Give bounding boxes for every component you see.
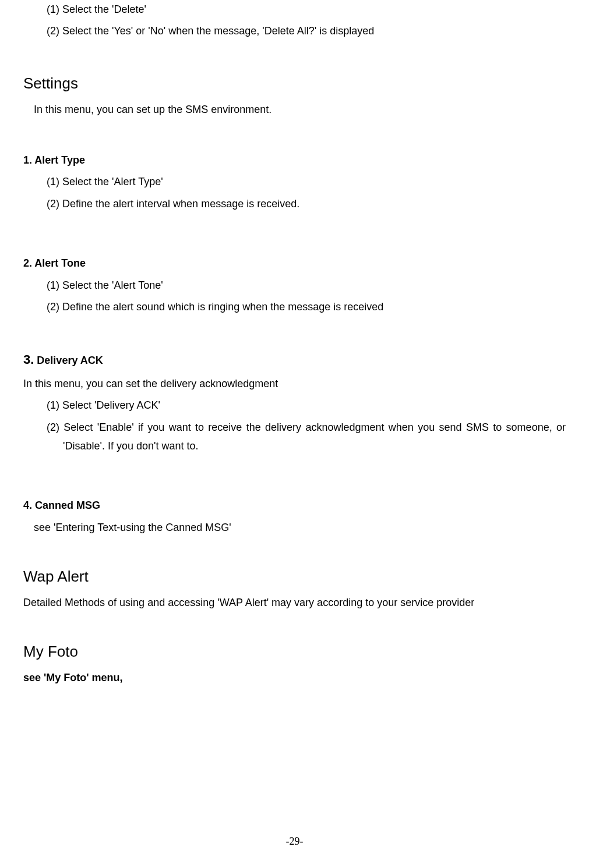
delivery-ack-step-1: (1) Select 'Delivery ACK': [47, 396, 566, 414]
alert-tone-heading: 2. Alert Tone: [23, 254, 566, 272]
delivery-ack-steps: (1) Select 'Delivery ACK' (2) Select 'En…: [23, 396, 566, 455]
delivery-ack-step-2: (2) Select 'Enable' if you want to recei…: [47, 418, 566, 456]
delivery-ack-num: 3.: [23, 352, 34, 367]
my-foto-heading: My Foto: [23, 638, 566, 665]
intro-step-2: (2) Select the 'Yes' or 'No' when the me…: [47, 22, 566, 40]
intro-steps: (1) Select the 'Delete' (2) Select the '…: [23, 0, 566, 41]
canned-msg-desc: see 'Entering Text-using the Canned MSG': [23, 518, 566, 537]
document-page: (1) Select the 'Delete' (2) Select the '…: [0, 0, 589, 868]
canned-msg-heading: 4. Canned MSG: [23, 496, 566, 515]
wap-alert-desc: Detailed Methods of using and accessing …: [23, 593, 566, 612]
page-number: -29-: [0, 835, 589, 848]
delivery-ack-desc: In this menu, you can set the delivery a…: [23, 374, 566, 393]
alert-tone-step-1: (1) Select the 'Alert Tone': [47, 276, 566, 295]
delivery-ack-rest: Delivery ACK: [34, 355, 103, 366]
page-content: (1) Select the 'Delete' (2) Select the '…: [23, 0, 566, 688]
settings-heading: Settings: [23, 70, 566, 97]
alert-type-step-2: (2) Define the alert interval when messa…: [47, 194, 566, 213]
alert-tone-step-2: (2) Define the alert sound which is ring…: [47, 297, 566, 316]
alert-type-heading: 1. Alert Type: [23, 151, 566, 169]
settings-desc: In this menu, you can set up the SMS env…: [23, 100, 566, 119]
delivery-ack-heading: 3. Delivery ACK: [23, 348, 566, 371]
intro-step-1: (1) Select the 'Delete': [47, 0, 566, 19]
my-foto-desc: see 'My Foto' menu,: [23, 668, 566, 687]
alert-type-step-1: (1) Select the 'Alert Type': [47, 172, 566, 191]
alert-tone-steps: (1) Select the 'Alert Tone' (2) Define t…: [23, 276, 566, 317]
delivery-ack-step-2-text: (2) Select 'Enable' if you want to recei…: [47, 418, 566, 456]
alert-type-steps: (1) Select the 'Alert Type' (2) Define t…: [23, 172, 566, 213]
wap-alert-heading: Wap Alert: [23, 563, 566, 590]
